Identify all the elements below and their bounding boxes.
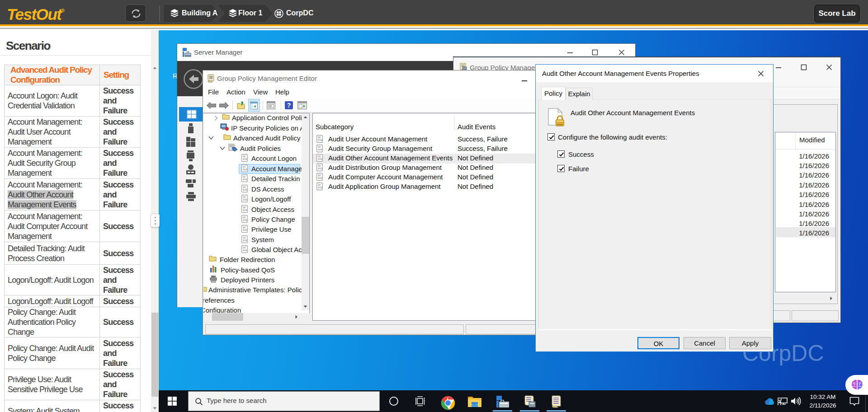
svg-text:010: 010: [243, 168, 247, 171]
svg-text:010: 010: [318, 139, 322, 142]
svg-text:010: 010: [318, 158, 322, 161]
svg-text:010: 010: [318, 167, 322, 170]
svg-text:010: 010: [243, 209, 247, 212]
svg-text:010: 010: [243, 198, 247, 201]
svg-text:010: 010: [243, 229, 247, 232]
svg-text:010: 010: [243, 158, 247, 161]
svg-text:010: 010: [243, 219, 247, 222]
svg-text:010: 010: [243, 249, 247, 252]
svg-text:010: 010: [318, 186, 322, 189]
svg-text:010: 010: [243, 239, 247, 242]
svg-text:010: 010: [318, 148, 322, 151]
svg-text:010: 010: [243, 188, 247, 192]
svg-text:010: 010: [243, 178, 247, 181]
svg-text:010: 010: [318, 177, 322, 180]
svg-text:?: ?: [287, 102, 291, 109]
